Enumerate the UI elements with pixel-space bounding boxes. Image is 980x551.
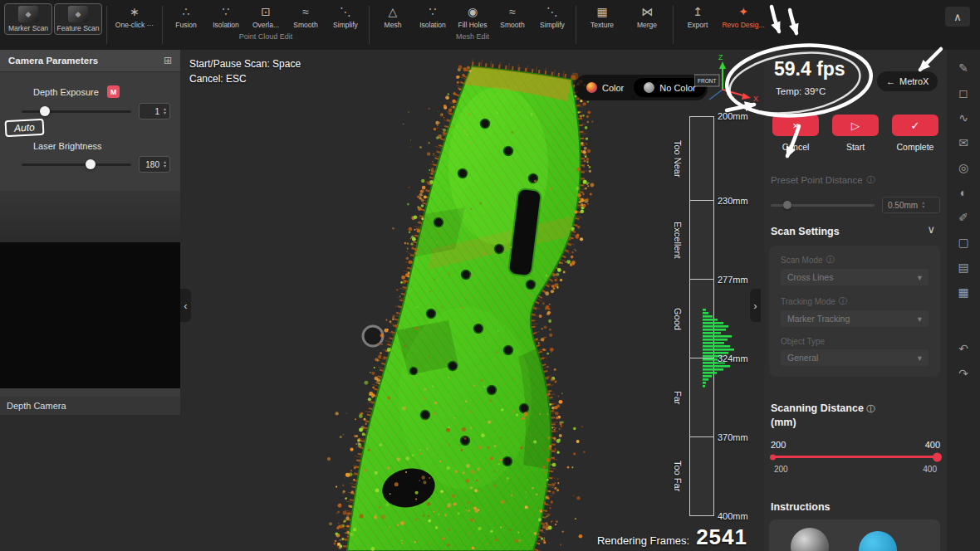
chevron-down-icon: ▾ bbox=[918, 353, 922, 363]
mesh-smooth-button[interactable]: ≈ Smooth bbox=[493, 3, 532, 29]
depth-camera-caption: Depth Camera bbox=[0, 397, 180, 415]
info-icon[interactable]: ⓘ bbox=[867, 174, 875, 186]
overlap-label: Overla... bbox=[252, 21, 279, 29]
keyboard-hints: Start/Pause Scan: Space Cancel: ESC bbox=[189, 56, 301, 86]
camera-preview-gradient bbox=[0, 191, 180, 242]
list-view-icon[interactable]: ▤ bbox=[958, 261, 968, 274]
fill-holes-button[interactable]: ◉ Fill Holes bbox=[453, 3, 492, 29]
scan-mode-value: Cross Lines bbox=[787, 272, 833, 282]
metrox-back-button[interactable]: ← MetroX bbox=[877, 71, 938, 91]
info-icon[interactable]: ⓘ bbox=[839, 295, 847, 307]
metrox-label: MetroX bbox=[899, 76, 929, 86]
orientation-gizmo[interactable]: FRONT Z X × bbox=[694, 51, 766, 110]
instructions-card[interactable] bbox=[769, 519, 940, 551]
start-button[interactable]: ▷ Start bbox=[829, 115, 882, 152]
marker-scan-button[interactable]: ◆ Marker Scan bbox=[4, 3, 52, 35]
revo-design-button[interactable]: ✦ Revo Desig... bbox=[719, 3, 767, 29]
cancel-label: Cancel bbox=[782, 142, 810, 152]
manual-mode-badge[interactable]: M bbox=[107, 85, 120, 98]
preset-point-distance-stepper[interactable]: 0.50mm ▴▾ bbox=[882, 197, 940, 213]
target-icon[interactable]: ◎ bbox=[958, 161, 968, 174]
object-type-dropdown[interactable]: General ▾ bbox=[781, 349, 929, 366]
info-icon[interactable]: ⓘ bbox=[866, 404, 875, 413]
pen-tool-icon[interactable]: ✎ bbox=[958, 61, 968, 75]
box-select-icon[interactable]: ▢ bbox=[958, 236, 968, 249]
mesh-isolation-label: Isolation bbox=[419, 21, 446, 29]
cancel-button[interactable]: × Cancel bbox=[769, 115, 822, 152]
grid-view-icon[interactable]: ▦ bbox=[958, 285, 968, 299]
scanning-distance-max-handle[interactable] bbox=[933, 452, 942, 461]
zone-label-excellent: Excellent bbox=[669, 202, 686, 277]
gizmo-z-label: Z bbox=[718, 53, 723, 61]
spinner-down-icon[interactable]: ▾ bbox=[164, 111, 166, 115]
range-max: 400 bbox=[925, 440, 940, 450]
laser-brightness-slider[interactable] bbox=[22, 163, 131, 166]
svg-text:×: × bbox=[731, 94, 735, 101]
scan-settings-title: Scan Settings bbox=[771, 226, 840, 237]
marquee-select-icon[interactable]: ◻ bbox=[958, 86, 968, 100]
spinner-down-icon[interactable]: ▾ bbox=[922, 205, 924, 209]
gizmo-x-label: X bbox=[753, 95, 758, 103]
scanning-distance-slider[interactable] bbox=[771, 456, 940, 458]
fusion-button[interactable]: ∴ Fusion bbox=[167, 3, 205, 29]
mesh-simplify-button[interactable]: ⋱ Simplify bbox=[533, 3, 571, 29]
fps-readout: 59.4 fps bbox=[774, 58, 845, 80]
no-color-sphere-icon bbox=[644, 82, 654, 93]
annotate-icon[interactable]: ✐ bbox=[958, 211, 968, 224]
comment-icon[interactable]: ✉ bbox=[958, 136, 968, 149]
tracking-mode-dropdown[interactable]: Marker Tracking ▾ bbox=[781, 310, 929, 327]
color-option[interactable]: Color bbox=[576, 78, 634, 97]
scan-mode-dropdown[interactable]: Cross Lines ▾ bbox=[781, 269, 929, 285]
collapse-left-panel-handle[interactable]: ‹ bbox=[180, 289, 191, 322]
instructions-title: Instructions bbox=[771, 501, 831, 513]
isolation-icon: ∵ bbox=[429, 5, 437, 19]
texture-button[interactable]: ▦ Texture bbox=[581, 3, 624, 29]
depth-exposure-slider[interactable] bbox=[22, 110, 131, 113]
depth-exposure-stepper[interactable]: 1 ▴▾ bbox=[139, 103, 170, 119]
info-icon[interactable]: ⓘ bbox=[826, 254, 835, 266]
merge-button[interactable]: ⋈ Merge bbox=[625, 3, 669, 29]
mesh-button[interactable]: △ Mesh bbox=[374, 3, 412, 29]
feature-scan-thumbnail-icon: ◆ bbox=[68, 6, 88, 22]
scanning-distance-unit: (mm) bbox=[771, 417, 796, 428]
collapse-right-panel-handle[interactable]: › bbox=[750, 289, 761, 322]
start-label: Start bbox=[846, 142, 865, 152]
spinner-down-icon[interactable]: ▾ bbox=[164, 164, 166, 168]
scanning-distance-min-handle[interactable] bbox=[770, 454, 776, 460]
lasso-select-icon[interactable]: ∿ bbox=[958, 111, 968, 124]
laser-brightness-stepper[interactable]: 180 ▴▾ bbox=[139, 156, 170, 173]
pc-smooth-button[interactable]: ≈ Smooth bbox=[287, 3, 325, 29]
zone-excellent-segment bbox=[690, 201, 713, 280]
depth-camera-feed bbox=[0, 242, 180, 388]
feature-scan-button[interactable]: ◆ Feature Scan bbox=[54, 3, 102, 35]
export-button[interactable]: ↥ Export bbox=[678, 3, 718, 29]
scanning-distance-range-bottom: 200 400 bbox=[774, 465, 937, 474]
zone-too-far-segment bbox=[690, 437, 713, 515]
pc-isolation-button[interactable]: ∵ Isolation bbox=[207, 3, 245, 29]
preset-point-distance-slider[interactable] bbox=[771, 204, 875, 207]
pc-simplify-button[interactable]: ⋱ Simplify bbox=[326, 3, 365, 29]
preset-point-distance-handle[interactable] bbox=[783, 201, 791, 209]
preset-point-distance: Preset Point Distance ⓘ 0.50mm ▴▾ bbox=[771, 174, 940, 213]
laser-brightness-value: 180 bbox=[145, 160, 159, 169]
complete-button[interactable]: ✓ Complete bbox=[889, 115, 942, 152]
zone-label-too-far: Too Far bbox=[669, 439, 686, 514]
scan-settings-collapse-icon[interactable]: ∨ bbox=[927, 223, 935, 236]
contrast-icon[interactable]: ◐ bbox=[960, 186, 967, 199]
depth-exposure-slider-handle[interactable] bbox=[40, 106, 50, 116]
mesh-isolation-button[interactable]: ∵ Isolation bbox=[414, 3, 452, 29]
feature-scan-label: Feature Scan bbox=[56, 24, 99, 32]
popout-icon[interactable]: ⊞ bbox=[164, 55, 172, 66]
mesh-smooth-label: Smooth bbox=[500, 21, 524, 29]
tick-324mm: 324mm bbox=[718, 354, 748, 363]
toolbar-collapse-button[interactable]: ∧ bbox=[945, 7, 970, 27]
redo-icon[interactable]: ↷ bbox=[958, 367, 968, 380]
cancel-x-icon: × bbox=[792, 119, 799, 132]
undo-icon[interactable]: ↶ bbox=[958, 342, 968, 355]
overlap-button[interactable]: ⊡ Overla... bbox=[247, 3, 285, 29]
temperature-readout: Temp: 39°C bbox=[776, 86, 826, 96]
camera-parameters-panel: Camera Parameters ⊞ Depth Exposure M 1 ▴… bbox=[0, 50, 180, 415]
color-sphere-icon bbox=[586, 82, 597, 93]
one-click-button[interactable]: ∗ One-click ··· bbox=[111, 3, 158, 29]
laser-brightness-slider-handle[interactable] bbox=[86, 159, 96, 169]
